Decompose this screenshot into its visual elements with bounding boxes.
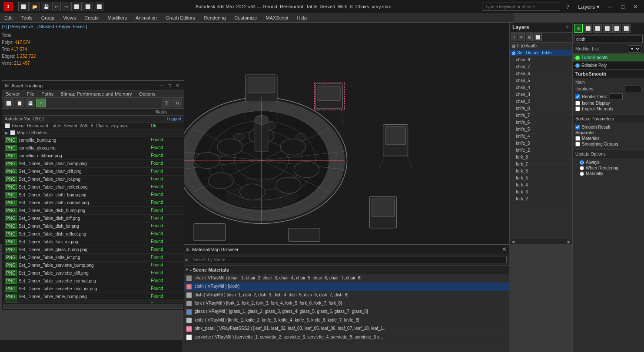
mod-icon-modify[interactable]: ⬜ [584,24,592,33]
at-restore-btn[interactable]: □ [166,82,173,89]
at-content[interactable]: Autodesk Vault 2012 Logged ⬜ Round_Resta… [2,116,184,302]
undo-btn[interactable]: ↩ [52,2,61,11]
mod-dropdown[interactable]: ▾ [628,45,641,53]
mb-close-btn[interactable]: ✕ [502,246,507,252]
layer-item-chair7[interactable]: chair_7 [514,63,572,70]
materials-checkbox[interactable] [575,136,580,141]
layer-item-knife4[interactable]: knife_4 [514,133,572,140]
mod-name-input[interactable]: cloth [574,36,643,43]
mb-material-knife[interactable]: knife ( VRayMtl ) [knife_1, knife_2, kni… [183,316,509,325]
menu-modifiers[interactable]: Modifiers [103,13,131,22]
mb-material-cloth[interactable]: cloth ( VRayMtl ) [cloth] [183,282,509,291]
list-item[interactable]: PNGSet_Dinner_Table_serviette_diff.pngFo… [2,269,184,277]
surface-params-header[interactable]: Surface Parameters [573,114,644,123]
layer-item-knife6[interactable]: knife_6 [514,119,572,126]
mb-material-fork[interactable]: fork ( VRayMtl ) [fork_1, fork_2, fork_3… [183,299,509,308]
menu-animation[interactable]: Animation [131,13,161,22]
mb-material-serviette[interactable]: serviette ( VRayMtl ) [serviette_1, serv… [183,333,509,342]
layer-item-knife2[interactable]: knife_2 [514,147,572,154]
layer-item-fork3[interactable]: fork_3 [514,189,572,196]
layers-refresh-btn[interactable]: ? [564,25,570,30]
at-hscrollbar[interactable] [3,304,183,309]
list-item[interactable]: PNGSet_Dinner_Table_dish_reflect.pngFoun… [2,230,184,238]
mod-icon-hierarchy[interactable]: ⬜ [593,24,602,33]
list-item[interactable]: PNGcamellia_bump.pngFound [2,136,184,144]
layer-settings-btn[interactable]: ⚙ [526,33,533,41]
layer-link-btn[interactable]: ⬜ [534,33,542,41]
at-menu-paths[interactable]: Paths [38,90,57,97]
at-menu-server[interactable]: Server [2,90,23,97]
menu-create[interactable]: Create [80,13,103,22]
at-new-icon[interactable]: ⬜ [4,99,13,107]
layer-del-btn[interactable]: ✕ [518,33,525,41]
turbo-render-iters-input[interactable]: 2 [610,93,623,100]
layer-item-chair5[interactable]: chair_5 [514,77,572,84]
list-item[interactable]: PNGSet_Dinner_Table_glass_bump.pngFound [2,246,184,254]
turbo-isoline-checkbox[interactable] [575,101,580,106]
list-item[interactable]: PNGSet_Dinner_Table_dish_ior.pngFound [2,222,184,230]
update-when-rendering-radio[interactable] [580,166,584,170]
update-manually-radio[interactable] [580,172,584,176]
layers-scroll-bar[interactable]: ◀ ▶ [510,238,572,244]
help-btn[interactable]: ? [564,3,572,11]
at-save-icon[interactable]: 💾 [26,99,35,107]
select-btn[interactable]: ⬜ [71,2,82,11]
at-minimize-btn[interactable]: ─ [158,82,165,89]
mod-icon-motion[interactable]: ⬜ [603,24,611,33]
layer-item-chair8[interactable]: chair_8 [514,56,572,63]
redo-btn[interactable]: ↪ [62,2,70,11]
open-btn[interactable]: 📂 [30,2,40,11]
smoothing-groups-checkbox[interactable] [575,142,580,146]
turbo-explicit-checkbox[interactable] [575,106,580,111]
mod-icon-create[interactable]: ⊕ [574,24,583,33]
layers-list[interactable]: ⬤ 0 (default) ⬤ Set_Dinner_Table chair_8… [510,43,572,241]
list-item[interactable]: PNGSet_Dinner_Table_fork_ior.pngFound [2,238,184,246]
snap-btn[interactable]: ⬜ [83,2,93,11]
at-refresh-icon[interactable]: ↻ [173,99,182,107]
list-item[interactable]: PNGSet_Dinner_Table_chair_reflect.pngFou… [2,183,184,191]
mb-search-input[interactable] [190,256,507,263]
menu-graph-editors[interactable]: Graph Editors [161,13,199,22]
at-close-btn[interactable]: ✕ [174,82,181,89]
menu-help[interactable]: Help [293,13,312,22]
layer-add-btn[interactable]: + [511,33,517,41]
list-item[interactable]: PNGSet_Dinner_Table_knife_ior.pngFound [2,254,184,262]
smooth-result-checkbox[interactable] [575,125,580,130]
list-item[interactable]: PNGSet_Dinner_Table_serviette_normal.png… [2,277,184,285]
menu-edit[interactable]: Edit [0,13,17,22]
layer-item-chair2[interactable]: chair_2 [514,98,572,105]
mb-scene-header[interactable]: ▾ - Scene Materials [183,266,509,274]
render-btn[interactable]: ⬜ [94,2,104,11]
save-btn[interactable]: 💾 [41,2,51,11]
list-item[interactable]: PNGSet_Dinner_Table_table_bump.pngFound [2,293,184,301]
at-menu-bitmap[interactable]: Bitmap Performance and Memory [57,90,135,97]
at-main-file[interactable]: ⬜ Round_Restaurant_Table_Served_With_8_C… [2,123,184,130]
list-item[interactable]: PNGSet_Dinner_Table_dish_bump.pngFound [2,207,184,215]
layer-item-knife3[interactable]: knife_3 [514,140,572,147]
list-item[interactable]: PNGSet_Dinner_Table_dish_diff.pngFound [2,215,184,222]
list-item[interactable]: PNGSet_Dinner_Table_table_diff.pngFound [2,301,184,302]
mb-material-glass[interactable]: glass ( VRayMtl ) [glass_1, glass_2, gla… [183,308,509,316]
mb-material-pink[interactable]: pink_petail ( VRayFastSSS2 ) [leaf_01, l… [183,325,509,333]
mod-icon-display[interactable]: ⬜ [612,24,621,33]
layer-item-knife5[interactable]: knife_5 [514,126,572,133]
turbo-iterations-input[interactable]: 0 [624,86,641,92]
at-menu-file[interactable]: File [23,90,38,97]
list-item[interactable]: PNGSet_Dinner_Table_serviette_ring_ior.p… [2,285,184,293]
close-btn[interactable]: ✕ [631,3,641,11]
mb-material-dish[interactable]: dish ( VRayMtl ) [dish_1, dish_2, dish_3… [183,291,509,299]
menu-rendering[interactable]: Rendering [199,13,230,22]
layer-item-fork2[interactable]: fork_2 [514,196,572,203]
layer-item-knife7[interactable]: knife_7 [514,112,572,119]
viewport-label[interactable]: [+] [ Perspective ] [ Shaded + Edged Fac… [2,24,87,29]
list-item[interactable]: PNGcamellia_gloss.pngFound [2,144,184,152]
minimize-btn[interactable]: ─ [606,3,615,11]
mod-icon-utilities[interactable]: ⬜ [622,24,631,33]
list-item[interactable]: PNGSet_Dinner_Table_cloth_normal.pngFoun… [2,199,184,207]
update-options-header[interactable]: Update Options [573,149,644,158]
mod-item-editablepoly[interactable]: Editable Poly [573,62,644,70]
at-open-icon[interactable]: 📋 [15,99,24,107]
layer-item-knife8[interactable]: knife_8 [514,105,572,112]
layer-item-default[interactable]: ⬤ 0 (default) [510,43,572,50]
layer-item-fork8[interactable]: fork_8 [514,154,572,161]
